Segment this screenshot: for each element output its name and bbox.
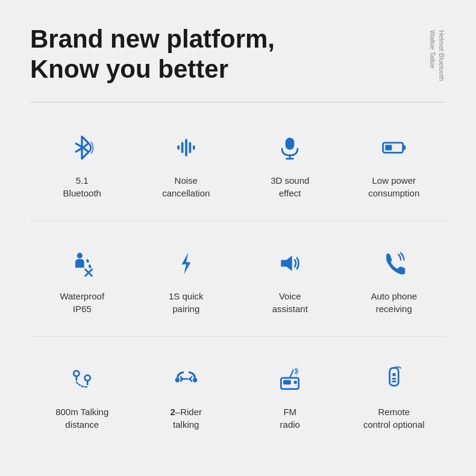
page-title: Brand new platform, Know you better (30, 24, 362, 85)
svg-point-19 (193, 378, 197, 382)
divider (30, 102, 446, 102)
svg-point-17 (85, 375, 90, 380)
svg-marker-15 (281, 255, 292, 271)
svg-rect-10 (385, 145, 392, 150)
sound-label: 3D soundeffect (271, 174, 309, 199)
header: Brand new platform, Know you better Helm… (30, 24, 446, 85)
remote-icon (376, 361, 412, 397)
distance-label: 800m Talkingdistance (55, 406, 108, 431)
microphone-icon (272, 130, 308, 166)
title-line1: Brand new platform, (30, 25, 275, 53)
remote-label: Remotecontrol optional (363, 406, 425, 431)
svg-rect-24 (389, 368, 398, 385)
feature-pairing: 1S quickpairing (134, 236, 239, 321)
feature-bluetooth: 5.1Bluetooth (30, 121, 134, 205)
svg-rect-26 (392, 378, 396, 380)
speaker-icon (272, 245, 308, 281)
title-line2: Know you better (30, 55, 228, 83)
phone-icon (376, 245, 412, 281)
phone-label: Auto phonereceiving (371, 290, 417, 315)
feature-voice: Voiceassistant (238, 236, 342, 321)
svg-rect-5 (286, 137, 295, 149)
svg-rect-0 (177, 145, 180, 149)
features-grid: 5.1Bluetooth Noisecancellation (30, 121, 446, 437)
lowpower-label: Low powerconsumption (368, 174, 419, 199)
rider-icon (168, 361, 204, 397)
feature-noise: Noisecancellation (134, 121, 239, 205)
bluetooth-icon (64, 130, 100, 166)
location-icon (64, 361, 100, 397)
feature-fm: FMradio (238, 352, 342, 437)
noise-label: Noisecancellation (162, 174, 210, 199)
lightning-icon (168, 245, 204, 281)
svg-point-18 (175, 378, 179, 382)
page: Brand new platform, Know you better Helm… (0, 0, 476, 476)
svg-point-11 (77, 252, 83, 258)
svg-rect-4 (193, 145, 195, 149)
feature-distance: 800m Talkingdistance (30, 352, 134, 437)
noise-icon (168, 130, 204, 166)
voice-label: Voiceassistant (272, 290, 308, 315)
feature-phone: Auto phonereceiving (342, 236, 446, 321)
side-label: Helmet BluetoothWalkie Talkie (427, 30, 446, 81)
svg-rect-3 (189, 142, 191, 153)
waterproof-label: WaterproofIP65 (60, 290, 104, 315)
row-divider-1 (30, 221, 446, 221)
feature-lowpower: Low powerconsumption (342, 121, 446, 205)
waterproof-icon (64, 245, 100, 281)
feature-waterproof: WaterproofIP65 (30, 236, 134, 321)
svg-marker-14 (181, 252, 190, 274)
feature-remote: Remotecontrol optional (342, 352, 446, 437)
svg-point-23 (294, 381, 298, 384)
svg-rect-1 (181, 142, 184, 153)
bluetooth-label: 5.1Bluetooth (63, 174, 101, 199)
svg-point-25 (392, 373, 396, 377)
row-divider-2 (30, 336, 446, 337)
fm-label: FMradio (280, 406, 300, 431)
battery-icon (376, 130, 412, 166)
feature-rider: 2–Ridertalking (134, 352, 239, 437)
feature-3dsound: 3D soundeffect (238, 121, 342, 205)
pairing-label: 1S quickpairing (169, 290, 204, 315)
rider-label: 2–Ridertalking (170, 406, 202, 431)
svg-rect-2 (185, 139, 187, 156)
svg-rect-22 (283, 380, 291, 384)
svg-rect-9 (402, 145, 406, 149)
radio-icon (272, 361, 308, 397)
svg-rect-27 (392, 381, 396, 383)
